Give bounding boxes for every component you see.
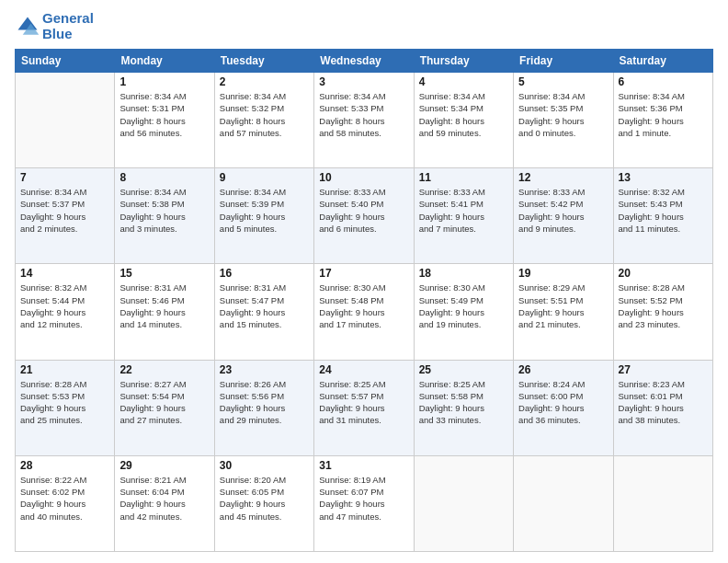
day-info: Sunrise: 8:31 AM Sunset: 5:46 PM Dayligh… xyxy=(119,282,209,330)
day-info: Sunrise: 8:24 AM Sunset: 6:00 PM Dayligh… xyxy=(518,378,608,427)
day-number: 26 xyxy=(518,363,608,376)
day-number: 2 xyxy=(220,75,309,88)
day-info: Sunrise: 8:23 AM Sunset: 6:01 PM Dayligh… xyxy=(619,378,708,427)
calendar-cell: 16Sunrise: 8:31 AM Sunset: 5:47 PM Dayli… xyxy=(214,264,313,360)
calendar-cell: 5Sunrise: 8:34 AM Sunset: 5:35 PM Daylig… xyxy=(514,73,613,168)
calendar-cell: 13Sunrise: 8:32 AM Sunset: 5:43 PM Dayli… xyxy=(613,168,712,264)
calendar-cell: 4Sunrise: 8:34 AM Sunset: 5:34 PM Daylig… xyxy=(414,73,513,168)
day-number: 27 xyxy=(619,363,708,376)
calendar-cell: 29Sunrise: 8:21 AM Sunset: 6:04 PM Dayli… xyxy=(115,455,214,551)
day-info: Sunrise: 8:30 AM Sunset: 5:49 PM Dayligh… xyxy=(419,282,508,330)
day-info: Sunrise: 8:34 AM Sunset: 5:31 PM Dayligh… xyxy=(119,90,209,139)
day-number: 11 xyxy=(419,171,508,184)
logo-icon xyxy=(15,14,40,40)
page: General Blue Sunday Monday Tuesday Wedne… xyxy=(0,0,728,563)
calendar-cell: 10Sunrise: 8:33 AM Sunset: 5:40 PM Dayli… xyxy=(314,168,414,264)
calendar-week-row: 7Sunrise: 8:34 AM Sunset: 5:37 PM Daylig… xyxy=(16,168,713,264)
calendar-cell: 23Sunrise: 8:26 AM Sunset: 5:56 PM Dayli… xyxy=(214,360,313,455)
day-number: 22 xyxy=(119,363,209,376)
day-info: Sunrise: 8:32 AM Sunset: 5:43 PM Dayligh… xyxy=(619,186,708,235)
calendar-cell: 6Sunrise: 8:34 AM Sunset: 5:36 PM Daylig… xyxy=(613,73,712,168)
day-number: 7 xyxy=(20,171,109,184)
calendar-cell: 26Sunrise: 8:24 AM Sunset: 6:00 PM Dayli… xyxy=(514,360,613,455)
day-number: 29 xyxy=(119,459,209,472)
day-number: 28 xyxy=(20,459,109,472)
day-number: 10 xyxy=(319,171,408,184)
day-number: 3 xyxy=(319,75,408,88)
calendar-cell: 20Sunrise: 8:28 AM Sunset: 5:52 PM Dayli… xyxy=(613,264,712,360)
day-info: Sunrise: 8:32 AM Sunset: 5:44 PM Dayligh… xyxy=(20,282,109,330)
day-info: Sunrise: 8:22 AM Sunset: 6:02 PM Dayligh… xyxy=(20,474,109,523)
day-info: Sunrise: 8:34 AM Sunset: 5:39 PM Dayligh… xyxy=(220,186,309,235)
calendar-table: Sunday Monday Tuesday Wednesday Thursday… xyxy=(15,49,713,552)
calendar-cell: 25Sunrise: 8:25 AM Sunset: 5:58 PM Dayli… xyxy=(414,360,513,455)
calendar-week-row: 14Sunrise: 8:32 AM Sunset: 5:44 PM Dayli… xyxy=(16,264,713,360)
header: General Blue xyxy=(15,11,713,41)
calendar-cell xyxy=(514,455,613,551)
day-number: 21 xyxy=(20,363,109,376)
day-number: 9 xyxy=(220,171,309,184)
col-monday: Monday xyxy=(115,50,214,73)
calendar-cell: 14Sunrise: 8:32 AM Sunset: 5:44 PM Dayli… xyxy=(16,264,115,360)
day-number: 23 xyxy=(220,363,309,376)
calendar-cell: 24Sunrise: 8:25 AM Sunset: 5:57 PM Dayli… xyxy=(314,360,414,455)
calendar-cell: 30Sunrise: 8:20 AM Sunset: 6:05 PM Dayli… xyxy=(214,455,313,551)
day-info: Sunrise: 8:19 AM Sunset: 6:07 PM Dayligh… xyxy=(319,474,408,523)
day-number: 16 xyxy=(220,267,309,280)
day-number: 20 xyxy=(619,267,708,280)
calendar-cell: 8Sunrise: 8:34 AM Sunset: 5:38 PM Daylig… xyxy=(115,168,214,264)
day-info: Sunrise: 8:34 AM Sunset: 5:34 PM Dayligh… xyxy=(419,90,508,139)
day-info: Sunrise: 8:34 AM Sunset: 5:32 PM Dayligh… xyxy=(220,90,309,139)
calendar-cell: 7Sunrise: 8:34 AM Sunset: 5:37 PM Daylig… xyxy=(16,168,115,264)
calendar-cell: 21Sunrise: 8:28 AM Sunset: 5:53 PM Dayli… xyxy=(16,360,115,455)
calendar-cell: 28Sunrise: 8:22 AM Sunset: 6:02 PM Dayli… xyxy=(16,455,115,551)
col-sunday: Sunday xyxy=(16,50,115,73)
calendar-cell: 31Sunrise: 8:19 AM Sunset: 6:07 PM Dayli… xyxy=(314,455,414,551)
calendar-cell: 11Sunrise: 8:33 AM Sunset: 5:41 PM Dayli… xyxy=(414,168,513,264)
day-info: Sunrise: 8:30 AM Sunset: 5:48 PM Dayligh… xyxy=(319,282,408,330)
calendar-week-row: 28Sunrise: 8:22 AM Sunset: 6:02 PM Dayli… xyxy=(16,455,713,551)
day-number: 13 xyxy=(619,171,708,184)
day-number: 4 xyxy=(419,75,508,88)
calendar-cell: 22Sunrise: 8:27 AM Sunset: 5:54 PM Dayli… xyxy=(115,360,214,455)
day-number: 24 xyxy=(319,363,408,376)
day-number: 19 xyxy=(518,267,608,280)
day-number: 14 xyxy=(20,267,109,280)
col-thursday: Thursday xyxy=(414,50,513,73)
calendar-cell: 15Sunrise: 8:31 AM Sunset: 5:46 PM Dayli… xyxy=(115,264,214,360)
day-info: Sunrise: 8:28 AM Sunset: 5:53 PM Dayligh… xyxy=(20,378,109,427)
day-info: Sunrise: 8:28 AM Sunset: 5:52 PM Dayligh… xyxy=(619,282,708,330)
day-number: 25 xyxy=(419,363,508,376)
day-info: Sunrise: 8:31 AM Sunset: 5:47 PM Dayligh… xyxy=(220,282,309,330)
day-info: Sunrise: 8:25 AM Sunset: 5:57 PM Dayligh… xyxy=(319,378,408,427)
logo-text: General xyxy=(42,11,94,27)
calendar-cell xyxy=(613,455,712,551)
day-info: Sunrise: 8:25 AM Sunset: 5:58 PM Dayligh… xyxy=(419,378,508,427)
day-info: Sunrise: 8:27 AM Sunset: 5:54 PM Dayligh… xyxy=(119,378,209,427)
day-info: Sunrise: 8:33 AM Sunset: 5:40 PM Dayligh… xyxy=(319,186,408,235)
col-saturday: Saturday xyxy=(613,50,712,73)
logo: General Blue xyxy=(15,11,94,41)
calendar-cell: 2Sunrise: 8:34 AM Sunset: 5:32 PM Daylig… xyxy=(214,73,313,168)
calendar-cell: 1Sunrise: 8:34 AM Sunset: 5:31 PM Daylig… xyxy=(115,73,214,168)
day-number: 30 xyxy=(220,459,309,472)
logo-text-blue: Blue xyxy=(42,27,94,42)
day-info: Sunrise: 8:34 AM Sunset: 5:36 PM Dayligh… xyxy=(619,90,708,139)
day-info: Sunrise: 8:20 AM Sunset: 6:05 PM Dayligh… xyxy=(220,474,309,523)
day-number: 17 xyxy=(319,267,408,280)
day-number: 15 xyxy=(119,267,209,280)
calendar-cell: 3Sunrise: 8:34 AM Sunset: 5:33 PM Daylig… xyxy=(314,73,414,168)
day-info: Sunrise: 8:21 AM Sunset: 6:04 PM Dayligh… xyxy=(119,474,209,523)
day-info: Sunrise: 8:34 AM Sunset: 5:38 PM Dayligh… xyxy=(119,186,209,235)
day-number: 12 xyxy=(518,171,608,184)
col-friday: Friday xyxy=(514,50,613,73)
day-number: 18 xyxy=(419,267,508,280)
day-number: 1 xyxy=(119,75,209,88)
day-number: 31 xyxy=(319,459,408,472)
calendar-week-row: 21Sunrise: 8:28 AM Sunset: 5:53 PM Dayli… xyxy=(16,360,713,455)
day-info: Sunrise: 8:34 AM Sunset: 5:33 PM Dayligh… xyxy=(319,90,408,139)
day-info: Sunrise: 8:26 AM Sunset: 5:56 PM Dayligh… xyxy=(220,378,309,427)
day-number: 8 xyxy=(119,171,209,184)
day-info: Sunrise: 8:34 AM Sunset: 5:37 PM Dayligh… xyxy=(20,186,109,235)
day-number: 5 xyxy=(518,75,608,88)
